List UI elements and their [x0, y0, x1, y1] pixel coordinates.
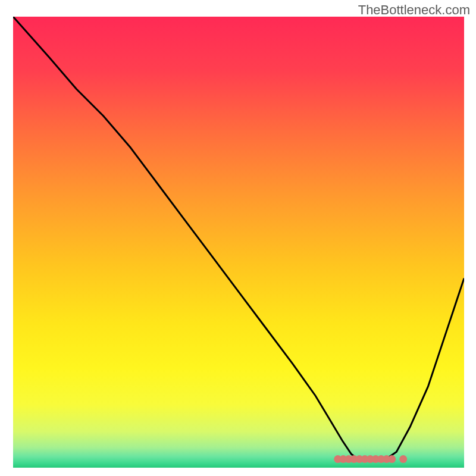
watermark-text: TheBottleneck.com — [358, 2, 470, 18]
chart-svg — [13, 17, 464, 468]
optimum-marker-dot — [388, 455, 396, 463]
chart-plot-area — [13, 17, 464, 468]
chart-background-gradient — [13, 17, 464, 468]
optimum-marker-dot — [399, 455, 407, 463]
